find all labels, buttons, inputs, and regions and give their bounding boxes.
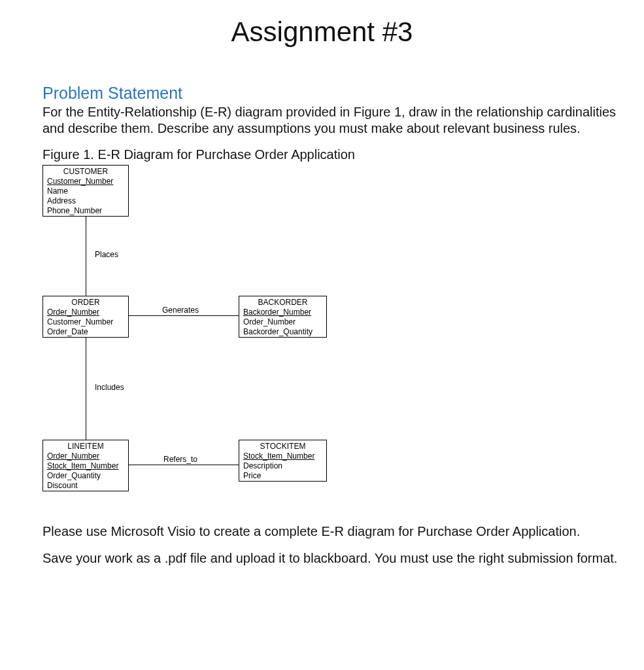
entity-stockitem-key: Stock_Item_Number	[239, 451, 326, 461]
entity-customer-attr-name: Name	[43, 186, 128, 196]
line-customer-order	[86, 217, 86, 296]
rel-generates: Generates	[162, 306, 199, 315]
entity-backorder-attr-ordnum: Order_Number	[239, 317, 326, 327]
entity-stockitem: STOCKITEM Stock_Item_Number Description …	[239, 440, 327, 482]
rel-places: Places	[95, 250, 118, 259]
er-diagram: CUSTOMER Customer_Number Name Address Ph…	[42, 165, 382, 512]
entity-customer-attr-phone: Phone_Number	[43, 206, 128, 216]
entity-order-attr-orderdate: Order_Date	[43, 327, 128, 337]
entity-lineitem: LINEITEM Order_Number Stock_Item_Number …	[42, 440, 129, 491]
entity-lineitem-key1: Order_Number	[43, 451, 128, 461]
entity-customer-attr-address: Address	[43, 196, 128, 206]
entity-backorder-key: Backorder_Number	[239, 308, 326, 317]
entity-order-key: Order_Number	[43, 308, 128, 317]
entity-customer: CUSTOMER Customer_Number Name Address Ph…	[42, 165, 129, 217]
section-heading: Problem Statement	[42, 84, 618, 103]
entity-backorder-title: BACKORDER	[239, 296, 326, 308]
content-body: Problem Statement For the Entity-Relatio…	[42, 84, 618, 567]
rel-includes: Includes	[95, 383, 124, 392]
instruction-visio: Please use Microsoft Visio to create a c…	[42, 523, 618, 540]
instruction-save: Save your work as a .pdf file and upload…	[42, 550, 618, 567]
line-order-backorder	[129, 315, 239, 316]
problem-statement-text: For the Entity-Relationship (E-R) diagra…	[42, 104, 618, 137]
entity-backorder-attr-qty: Backorder_Quantity	[239, 327, 326, 337]
entity-lineitem-attr-discount: Discount	[43, 481, 128, 491]
rel-refers-to: Refers_to	[163, 455, 197, 464]
entity-backorder: BACKORDER Backorder_Number Order_Number …	[239, 296, 327, 338]
entity-customer-key: Customer_Number	[43, 177, 128, 186]
entity-stockitem-attr-price: Price	[239, 471, 326, 481]
entity-lineitem-title: LINEITEM	[43, 440, 128, 451]
entity-stockitem-attr-desc: Description	[239, 461, 326, 471]
page-title: Assignment #3	[0, 16, 644, 48]
entity-lineitem-attr-qty: Order_Quantity	[43, 471, 128, 481]
line-order-lineitem	[86, 337, 86, 440]
entity-customer-title: CUSTOMER	[43, 166, 128, 177]
entity-order-attr-custnum: Customer_Number	[43, 317, 128, 327]
line-lineitem-stockitem	[129, 465, 239, 465]
entity-order: ORDER Order_Number Customer_Number Order…	[42, 296, 129, 338]
entity-stockitem-title: STOCKITEM	[239, 440, 326, 451]
entity-order-title: ORDER	[43, 296, 128, 308]
entity-lineitem-key2: Stock_Item_Number	[43, 461, 128, 471]
figure-caption: Figure 1. E-R Diagram for Purchase Order…	[42, 147, 618, 162]
